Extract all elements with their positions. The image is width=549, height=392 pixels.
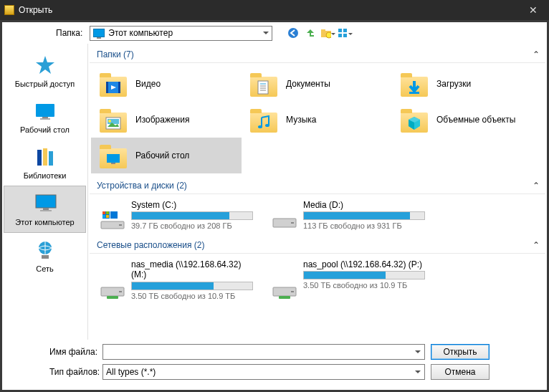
- section-title: Папки (7): [97, 49, 134, 59]
- downloads-icon: [406, 80, 422, 95]
- svg-rect-40: [102, 211, 105, 214]
- app-icon: [4, 5, 14, 15]
- chevron-up-icon: ⌃: [533, 49, 540, 59]
- sidebar-item-quick[interactable]: Быстрый доступ: [2, 48, 87, 94]
- folder-label: Документы: [286, 79, 330, 89]
- sidebar-item-label: Библиотеки: [24, 171, 67, 180]
- drive-name: System (C:): [131, 200, 259, 210]
- svg-rect-41: [106, 211, 109, 214]
- network-drive-icon: [100, 259, 125, 300]
- drive-name: nas_media (\\192.168.64.32) (M:): [131, 259, 259, 280]
- chevron-down-icon: [415, 371, 421, 373]
- pc-icon: [93, 29, 105, 37]
- folder-label: Видео: [135, 79, 161, 89]
- svg-rect-23: [258, 81, 268, 94]
- pictures-icon: [105, 115, 121, 131]
- section-title: Сетевые расположения (2): [97, 240, 204, 250]
- window-title: Открыть: [19, 5, 52, 15]
- svg-rect-45: [291, 222, 294, 224]
- star-icon: [34, 54, 57, 77]
- open-button[interactable]: Открыть: [431, 344, 490, 360]
- desktop-icon: [34, 100, 57, 123]
- drive-free-text: 3.50 ТБ свободно из 10.9 ТБ: [303, 281, 431, 290]
- folder-pictures[interactable]: Изображения: [91, 102, 242, 138]
- svg-rect-48: [107, 296, 118, 299]
- chevron-down-icon: [415, 350, 421, 353]
- desktop-small-icon: [105, 151, 121, 167]
- drive-capacity-bar: [131, 282, 253, 290]
- folder-label: Загрузки: [436, 79, 471, 89]
- svg-rect-37: [119, 224, 122, 226]
- close-button[interactable]: ✕: [522, 3, 545, 17]
- svg-rect-43: [106, 215, 109, 218]
- titlebar: Открыть ✕: [0, 0, 549, 20]
- content-area: Папки (7) ⌃ Видео Документы: [88, 44, 547, 340]
- svg-rect-50: [291, 291, 294, 292]
- folder-label: Музыка: [286, 115, 316, 125]
- filetype-dropdown[interactable]: All types (*.*): [102, 364, 425, 380]
- new-folder-button[interactable]: [320, 25, 335, 41]
- sidebar-item-label: Этот компьютер: [15, 218, 74, 226]
- pc-icon: [34, 192, 57, 215]
- svg-rect-35: [111, 163, 115, 164]
- folder-videos[interactable]: Видео: [91, 66, 242, 102]
- drive-d[interactable]: Media (D:) 113 ГБ свободно из 931 ГБ: [263, 197, 435, 233]
- svg-rect-6: [338, 34, 342, 37]
- sidebar-item-label: Сеть: [36, 264, 53, 273]
- sidebar: Быстрый доступ Рабочий стол Библиотеки Э…: [2, 44, 88, 340]
- svg-point-31: [108, 120, 111, 123]
- music-icon: [256, 115, 272, 131]
- svg-point-33: [265, 124, 269, 127]
- sidebar-item-desktop[interactable]: Рабочий стол: [2, 94, 87, 140]
- svg-rect-14: [36, 195, 56, 208]
- svg-rect-12: [43, 148, 47, 166]
- sidebar-item-pc[interactable]: Этот компьютер: [4, 186, 86, 233]
- filename-input[interactable]: [102, 344, 425, 360]
- drive-c[interactable]: System (C:) 39.7 ГБ свободно из 208 ГБ: [91, 197, 263, 233]
- folder-music[interactable]: Музыка: [242, 102, 392, 138]
- view-button[interactable]: [337, 25, 353, 41]
- network-drive-p[interactable]: nas_pool (\\192.168.64.32) (P:) 3.50 ТБ …: [263, 257, 435, 303]
- back-icon: [287, 27, 300, 39]
- sidebar-item-libraries[interactable]: Библиотеки: [2, 140, 87, 186]
- drive-free-text: 113 ГБ свободно из 931 ГБ: [303, 221, 431, 230]
- cancel-button[interactable]: Отмена: [431, 364, 490, 380]
- svg-rect-7: [343, 34, 347, 37]
- svg-rect-17: [40, 210, 52, 211]
- svg-rect-34: [107, 154, 120, 163]
- folder-label: Папка:: [56, 28, 82, 38]
- folder-desktop[interactable]: Рабочий стол: [91, 138, 242, 173]
- filename-label: Имя файла:: [9, 347, 97, 357]
- drive-capacity-bar: [131, 211, 253, 220]
- svg-rect-9: [42, 117, 48, 118]
- hdd-icon: [272, 200, 297, 230]
- sidebar-item-label: Быстрый доступ: [15, 80, 75, 88]
- section-network-header[interactable]: Сетевые расположения (2) ⌃: [90, 237, 545, 254]
- drive-capacity-bar: [303, 211, 425, 220]
- svg-rect-42: [102, 215, 105, 218]
- folder-downloads[interactable]: Загрузки: [392, 66, 543, 102]
- folder-documents[interactable]: Документы: [242, 66, 392, 102]
- folder-dropdown[interactable]: Этот компьютер: [90, 26, 272, 41]
- chevron-up-icon: ⌃: [533, 240, 540, 250]
- section-drives-header[interactable]: Устройства и диски (2) ⌃: [90, 178, 545, 194]
- drive-capacity-bar: [303, 271, 425, 279]
- svg-rect-47: [119, 291, 122, 292]
- back-button[interactable]: [285, 25, 301, 41]
- sidebar-item-label: Рабочий стол: [20, 125, 70, 134]
- folder-dropdown-value: Этот компьютер: [108, 28, 173, 38]
- drive-free-text: 3.50 ТБ свободно из 10.9 ТБ: [131, 292, 259, 300]
- network-drive-m[interactable]: nas_media (\\192.168.64.32) (M:) 3.50 ТБ…: [91, 257, 263, 303]
- up-button[interactable]: [302, 25, 318, 41]
- folder-3d[interactable]: Объемные объекты: [392, 102, 543, 138]
- section-title: Устройства и диски (2): [97, 181, 187, 191]
- system-drive-icon: [100, 200, 125, 230]
- sidebar-item-network[interactable]: Сеть: [2, 233, 87, 279]
- svg-rect-11: [37, 150, 42, 166]
- svg-rect-19: [42, 255, 49, 259]
- svg-rect-5: [343, 29, 347, 32]
- section-folders-header[interactable]: Папки (7) ⌃: [90, 47, 545, 63]
- filetype-label: Тип файлов:: [9, 367, 97, 377]
- network-icon: [34, 239, 57, 262]
- svg-rect-2: [321, 29, 325, 32]
